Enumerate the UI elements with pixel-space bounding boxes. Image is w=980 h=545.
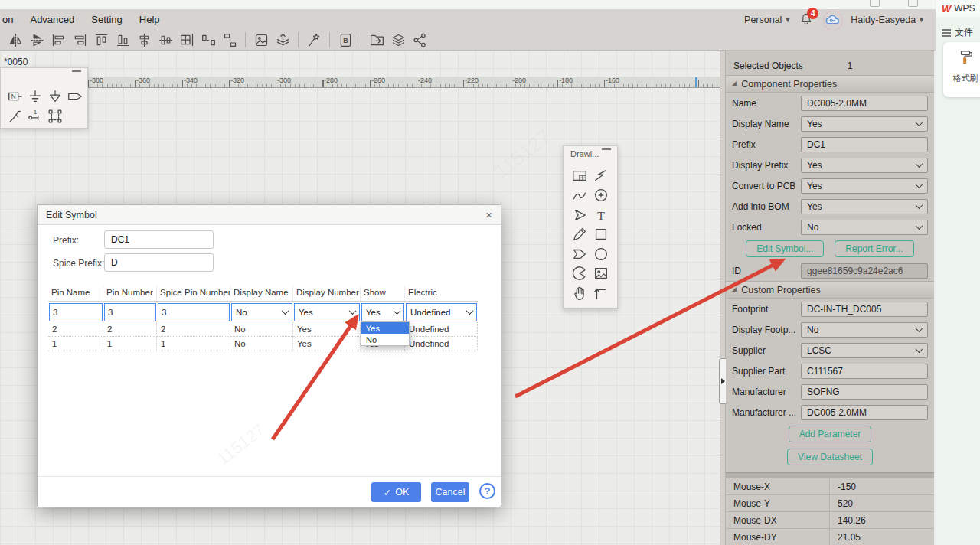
dialog-titlebar[interactable]: Edit Symbol × bbox=[38, 205, 501, 225]
supplier-part-field[interactable]: C111567 bbox=[801, 364, 928, 379]
cancel-button[interactable]: Cancel bbox=[431, 482, 469, 502]
bom-button[interactable]: B bbox=[335, 31, 356, 49]
panel-splitter[interactable] bbox=[720, 51, 726, 545]
pie-tool[interactable] bbox=[570, 264, 589, 282]
symbol-tool[interactable] bbox=[570, 167, 589, 185]
section-header-component-properties[interactable]: ◢ Component Properties bbox=[726, 75, 934, 93]
image-tool[interactable] bbox=[592, 264, 610, 282]
report-error-button[interactable]: Report Error... bbox=[835, 240, 913, 257]
chevron-down-icon bbox=[916, 201, 923, 209]
group-net-tool[interactable] bbox=[46, 107, 64, 126]
supplier-select[interactable]: LCSC bbox=[801, 343, 928, 358]
export-button[interactable] bbox=[366, 31, 387, 49]
update-symbols-button[interactable] bbox=[272, 31, 293, 49]
share-button[interactable] bbox=[409, 31, 430, 49]
spice-pin-number-input[interactable] bbox=[158, 304, 229, 321]
menu-item-on[interactable]: on bbox=[0, 14, 21, 25]
document-tab[interactable]: *0050 bbox=[4, 57, 28, 67]
prefix-field[interactable]: DC1 bbox=[801, 137, 928, 152]
net-port-tool[interactable] bbox=[66, 87, 84, 106]
pin-tool[interactable]: 1 bbox=[26, 107, 44, 126]
layers-button[interactable] bbox=[387, 31, 409, 49]
wps-file-menu[interactable]: 文件 bbox=[936, 26, 980, 39]
display-footprint-select[interactable]: No bbox=[801, 322, 928, 338]
menu-item-setting[interactable]: Setting bbox=[83, 14, 130, 25]
column-header: Display Number bbox=[293, 286, 361, 301]
minimize-palette-icon[interactable] bbox=[602, 148, 611, 150]
ok-label: OK bbox=[395, 487, 409, 498]
ground-tool[interactable] bbox=[26, 87, 44, 106]
drag-tool[interactable] bbox=[570, 284, 589, 302]
help-button[interactable]: ? bbox=[479, 483, 495, 499]
add-parameter-button[interactable]: Add Parameter bbox=[789, 426, 872, 442]
minimize-palette-icon[interactable] bbox=[72, 70, 81, 72]
close-icon[interactable]: × bbox=[485, 209, 492, 220]
text-tool[interactable]: T bbox=[592, 206, 610, 224]
check-icon: ✓ bbox=[384, 487, 391, 498]
cloud-sync-button[interactable] bbox=[823, 11, 843, 29]
bezier-tool[interactable] bbox=[570, 186, 589, 204]
distribute-horizontal-button[interactable] bbox=[198, 31, 219, 49]
polygon-tool[interactable] bbox=[570, 245, 589, 263]
align-top-button[interactable] bbox=[90, 31, 112, 49]
pencil-tool[interactable] bbox=[570, 225, 589, 243]
section-header-custom-properties[interactable]: ◢ Custom Properties bbox=[726, 281, 934, 299]
menu-item-advanced[interactable]: Advanced bbox=[21, 14, 83, 25]
menu-item-help[interactable]: Help bbox=[131, 14, 168, 25]
image-library-button[interactable] bbox=[250, 31, 272, 49]
display-prefix-select[interactable]: Yes bbox=[801, 158, 928, 173]
distribute-vertical-button[interactable] bbox=[219, 31, 240, 49]
arrow-tool[interactable] bbox=[570, 206, 589, 224]
show-cell-select[interactable]: Yes bbox=[361, 303, 404, 321]
voltage-probe-tool[interactable] bbox=[6, 107, 24, 126]
ok-button[interactable]: ✓OK bbox=[371, 482, 421, 502]
pin-table-row[interactable]: 1 1 1 No Yes Yes Undefined bbox=[48, 337, 478, 351]
polyline-tool[interactable] bbox=[592, 284, 610, 302]
manufacturer-part-field[interactable]: DC005-2.0MM bbox=[801, 405, 928, 420]
pin-table-row[interactable]: 2 2 2 No Yes Undefined bbox=[48, 322, 478, 337]
manufacturer-field[interactable]: SOFNG bbox=[801, 384, 928, 400]
dropdown-option-no[interactable]: No bbox=[361, 334, 409, 345]
notifications-button[interactable]: 4 bbox=[799, 11, 815, 28]
display-name-cell-select[interactable]: No bbox=[231, 303, 292, 321]
align-left-button[interactable] bbox=[47, 31, 69, 49]
convert-to-pcb-select[interactable]: Yes bbox=[801, 178, 928, 194]
display-name-select[interactable]: Yes bbox=[801, 116, 928, 132]
net-label-tool[interactable]: N bbox=[6, 87, 24, 106]
align-right-button[interactable] bbox=[69, 31, 90, 49]
personal-menu[interactable]: Personal▼ bbox=[744, 15, 791, 25]
ground-triangle-tool[interactable] bbox=[46, 87, 64, 106]
ellipse-tool[interactable] bbox=[592, 245, 610, 263]
footprint-field[interactable]: DC-IN-TH_DC005 bbox=[801, 302, 928, 317]
pin-number-input[interactable] bbox=[105, 304, 155, 321]
rectangle-tool[interactable] bbox=[592, 225, 610, 243]
flip-horizontal-button[interactable] bbox=[5, 31, 26, 49]
dropdown-option-yes[interactable]: Yes bbox=[361, 322, 409, 334]
user-menu[interactable]: Haidy-Easyeda▼ bbox=[851, 15, 925, 25]
flip-vertical-button[interactable] bbox=[26, 31, 47, 49]
align-center-horizontal-button[interactable] bbox=[133, 31, 155, 49]
name-field[interactable]: DC005-2.0MM bbox=[801, 96, 928, 111]
dialog-footer-divider bbox=[38, 476, 501, 477]
view-datasheet-button[interactable]: View Datasheet bbox=[787, 449, 873, 465]
pin-name-input[interactable] bbox=[50, 304, 102, 321]
ruler-tick-label: -360 bbox=[136, 77, 150, 84]
format-painter-card[interactable]: 格式刷 bbox=[943, 42, 980, 97]
align-bottom-button[interactable] bbox=[112, 31, 133, 49]
edit-symbol-button[interactable]: Edit Symbol... bbox=[746, 240, 824, 257]
supplier-part-value: C111567 bbox=[807, 366, 843, 377]
easyeda-window: on Advanced Setting Help Personal▼ 4 Hai… bbox=[0, 0, 980, 545]
align-center-vertical-button[interactable] bbox=[155, 31, 176, 49]
spice-prefix-input[interactable] bbox=[104, 253, 214, 272]
add-into-bom-select[interactable]: Yes bbox=[801, 199, 928, 214]
display-number-cell-select[interactable]: Yes bbox=[294, 303, 360, 321]
magic-wand-button[interactable] bbox=[303, 31, 325, 49]
locked-select[interactable]: No bbox=[801, 220, 928, 235]
electric-cell-select[interactable]: Undefined bbox=[406, 303, 477, 321]
folder-export-icon bbox=[369, 32, 385, 48]
align-to-grid-button[interactable] bbox=[176, 31, 198, 49]
wps-brand-tab[interactable]: WWPS bbox=[936, 0, 980, 17]
prefix-input[interactable] bbox=[104, 230, 214, 249]
wire-tool[interactable] bbox=[592, 167, 610, 185]
arc-tool[interactable] bbox=[592, 186, 610, 204]
